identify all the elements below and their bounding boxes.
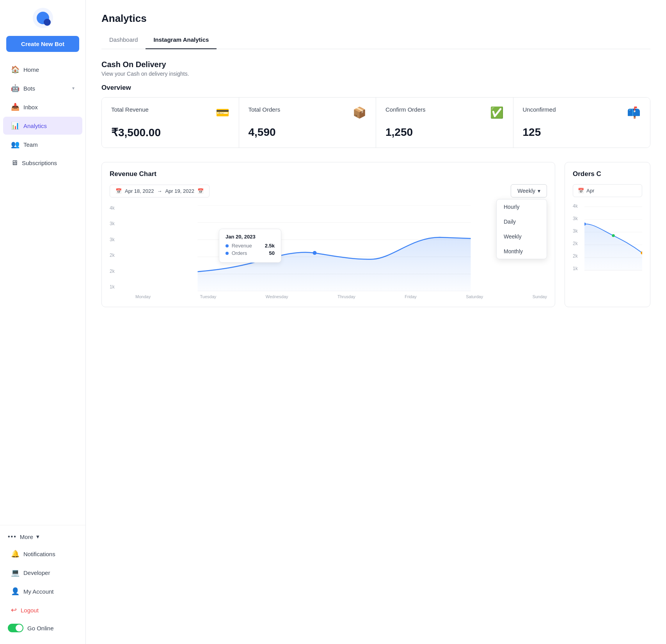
sidebar-item-label: Home — [23, 66, 39, 73]
stat-label-orders: Total Orders — [249, 106, 281, 113]
stat-card-unconfirmed: Unconfirmed 📫 125 — [513, 98, 650, 148]
sidebar: Create New Bot 🏠 Home 🤖 Bots ▾ 📥 Inbox 📊… — [0, 0, 86, 644]
overview-label: Overview — [101, 84, 650, 92]
chevron-down-icon: ▾ — [72, 85, 75, 91]
team-icon: 👥 — [11, 140, 20, 149]
x-label: Thrusday — [337, 294, 355, 299]
orders-dot — [226, 252, 229, 255]
more-dots-icon: ••• — [8, 533, 17, 540]
tooltip-row-orders: Orders 50 — [226, 250, 275, 256]
period-option-monthly[interactable]: Monthly — [497, 244, 547, 259]
orders-chart-inner: 4k 3k 3k 2k 2k 1k — [573, 203, 642, 275]
chart-controls: 📅 Apr 18, 2022 → Apr 19, 2022 📅 Weekly ▾… — [110, 184, 547, 197]
tooltip-label-orders: Orders — [232, 250, 247, 256]
revenue-chart-area: Jan 20, 2023 Revenue 2.5k Orders — [110, 205, 547, 299]
sidebar-item-label: Analytics — [23, 123, 47, 129]
stat-value-confirm: 1,250 — [385, 126, 504, 139]
tooltip-label-revenue: Revenue — [232, 243, 252, 249]
charts-row: Revenue Chart 📅 Apr 18, 2022 → Apr 19, 2… — [101, 162, 650, 307]
sidebar-item-analytics[interactable]: 📊 Analytics — [3, 117, 82, 135]
create-new-bot-button[interactable]: Create New Bot — [6, 36, 79, 52]
stat-label-confirm: Confirm Orders — [385, 106, 426, 113]
page-title: Analytics — [101, 12, 650, 25]
stat-value-unconfirmed: 125 — [523, 126, 641, 139]
orders-chart-title: Orders C — [573, 170, 642, 178]
sidebar-item-home[interactable]: 🏠 Home — [3, 60, 82, 78]
tooltip-val-revenue: 2.5k — [265, 243, 275, 249]
y-label: 2k — [110, 269, 121, 274]
y-label: 3k — [110, 237, 121, 242]
sidebar-item-label: Developer — [23, 569, 50, 576]
bots-icon: 🤖 — [11, 84, 20, 93]
logout-icon: ↩ — [11, 606, 17, 614]
revenue-icon: 💳 — [216, 106, 229, 119]
tab-instagram-analytics[interactable]: Instagram Analytics — [146, 32, 217, 49]
logo-icon — [37, 12, 49, 24]
orders-dot-2 — [612, 234, 614, 237]
orders-chart-svg-wrap — [584, 203, 642, 275]
orders-chart-box: Orders C 📅 Apr 4k 3k 3k 2k 2k 1k — [565, 162, 650, 307]
orders-date-range[interactable]: 📅 Apr — [573, 184, 642, 197]
sidebar-item-bots[interactable]: 🤖 Bots ▾ — [3, 79, 82, 97]
period-dropdown: Weekly ▾ Hourly Daily Weekly Monthly — [511, 184, 547, 197]
orders-icon: 📦 — [353, 106, 366, 119]
y-label: 3k — [110, 221, 121, 226]
sidebar-item-inbox[interactable]: 📥 Inbox — [3, 98, 82, 116]
x-label: Wednesday — [266, 294, 288, 299]
stat-label-revenue: Total Revenue — [111, 106, 149, 113]
notifications-icon: 🔔 — [11, 550, 20, 558]
sidebar-item-label: Logout — [21, 607, 39, 614]
account-icon: 👤 — [11, 587, 20, 596]
revenue-chart-title: Revenue Chart — [110, 170, 547, 178]
stat-value-orders: 4,590 — [249, 126, 367, 139]
revenue-chart-box: Revenue Chart 📅 Apr 18, 2022 → Apr 19, 2… — [101, 162, 555, 307]
date-range-picker[interactable]: 📅 Apr 18, 2022 → Apr 19, 2022 📅 — [110, 185, 210, 197]
sidebar-item-developer[interactable]: 💻 Developer — [3, 564, 82, 582]
tooltip-row-revenue: Revenue 2.5k — [226, 243, 275, 249]
chevron-down-icon: ▾ — [538, 188, 540, 194]
y-axis-labels: 4k 3k 3k 2k 2k 1k — [110, 205, 121, 299]
stat-label-unconfirmed: Unconfirmed — [523, 106, 556, 113]
period-option-hourly[interactable]: Hourly — [497, 199, 547, 214]
main-nav: 🏠 Home 🤖 Bots ▾ 📥 Inbox 📊 Analytics 👥 Te… — [0, 60, 85, 525]
calendar-icon: 📅 — [115, 188, 122, 194]
analytics-icon: 📊 — [11, 121, 20, 130]
period-button[interactable]: Weekly ▾ — [511, 184, 547, 197]
sidebar-logo — [0, 8, 85, 28]
go-online-row: Go Online — [0, 620, 85, 636]
orders-area-fill — [584, 224, 642, 270]
period-option-weekly[interactable]: Weekly — [497, 229, 547, 244]
go-online-toggle[interactable] — [8, 624, 23, 632]
more-button[interactable]: ••• More ▾ — [0, 529, 85, 544]
sidebar-item-my-account[interactable]: 👤 My Account — [3, 582, 82, 600]
more-section: ••• More ▾ 🔔 Notifications 💻 Developer 👤… — [0, 525, 85, 636]
sidebar-item-subscriptions[interactable]: 🖥 Subscriptions — [3, 154, 82, 172]
orders-date-from: Apr — [586, 188, 594, 194]
stat-card-orders: Total Orders 📦 4,590 — [239, 98, 377, 148]
sidebar-item-team[interactable]: 👥 Team — [3, 135, 82, 153]
subscriptions-icon: 🖥 — [11, 159, 18, 167]
sidebar-item-label: Bots — [23, 85, 35, 92]
main-content: Analytics Dashboard Instagram Analytics … — [86, 0, 666, 644]
home-icon: 🏠 — [11, 65, 20, 74]
stat-value-revenue: ₹3,500.00 — [111, 126, 229, 139]
period-value: Weekly — [517, 188, 535, 194]
developer-icon: 💻 — [11, 568, 20, 577]
x-axis-labels: Monday Tuesday Wednesday Thrusday Friday… — [135, 294, 547, 299]
sidebar-item-label: My Account — [23, 588, 54, 595]
chart-inner: Monday Tuesday Wednesday Thrusday Friday… — [121, 205, 547, 299]
section-subtitle: View your Cash on delivery insights. — [101, 71, 650, 77]
date-from: Apr 18, 2022 — [125, 188, 154, 194]
period-option-daily[interactable]: Daily — [497, 214, 547, 229]
sidebar-item-logout[interactable]: ↩ Logout — [3, 601, 82, 619]
tooltip-val-orders: 50 — [269, 250, 275, 256]
tooltip-date: Jan 20, 2023 — [226, 234, 275, 240]
revenue-line-chart — [121, 205, 547, 291]
x-label: Friday — [405, 294, 417, 299]
sidebar-item-notifications[interactable]: 🔔 Notifications — [3, 545, 82, 563]
y-label: 1k — [110, 284, 121, 290]
tab-bar: Dashboard Instagram Analytics — [101, 32, 650, 49]
orders-line-chart — [584, 203, 642, 274]
tab-dashboard[interactable]: Dashboard — [101, 32, 146, 49]
arrow-icon: → — [157, 188, 162, 194]
